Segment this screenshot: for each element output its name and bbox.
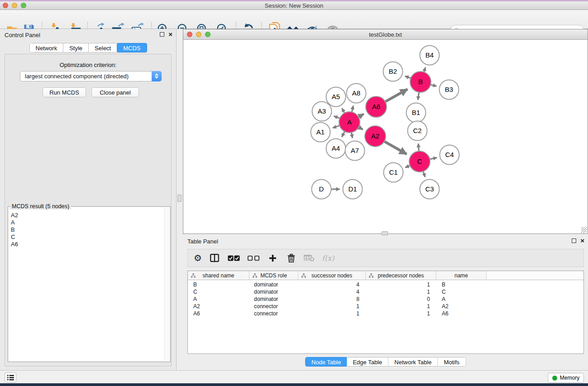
- table-cell[interactable]: 1: [366, 310, 436, 317]
- split-divider-handle[interactable]: [177, 195, 182, 202]
- task-history-button[interactable]: [5, 372, 16, 382]
- close-panel-button[interactable]: Close panel: [91, 87, 139, 97]
- column-header-name[interactable]: name: [436, 271, 487, 280]
- table-panel-tabs: Node TableEdge TableNetwork TableMotifs: [305, 357, 466, 367]
- table-body: Bdominator41BCdominator41CAdominator80AA…: [188, 280, 583, 317]
- column-selector-button[interactable]: [209, 251, 220, 265]
- table-cell[interactable]: 4: [298, 288, 366, 295]
- table-cell[interactable]: 4: [298, 281, 366, 288]
- select-all-icon: [228, 255, 240, 261]
- table-header-row: shared nameMCDS rolesuccessor nodesprede…: [188, 271, 583, 280]
- network-window-titlebar[interactable]: testGlobe.txt: [183, 29, 588, 40]
- table-cell[interactable]: A: [436, 295, 487, 303]
- mcds-panel: Optimization criterion: largest connecte…: [5, 54, 172, 367]
- status-bar: Memory: [0, 370, 588, 383]
- table-cell[interactable]: 8: [298, 295, 366, 303]
- table-cell[interactable]: B: [188, 281, 249, 288]
- graph-node-label: C4: [445, 151, 454, 158]
- column-sort-icon: [191, 273, 196, 278]
- column-selector-icon: [210, 254, 219, 262]
- table-cell[interactable]: dominator: [249, 295, 298, 303]
- criterion-select[interactable]: largest connected component (directed): [20, 71, 162, 81]
- table-row[interactable]: Bdominator41B: [188, 281, 583, 288]
- table-cell[interactable]: A: [188, 295, 249, 303]
- resize-grip[interactable]: [581, 227, 587, 233]
- column-header-predecessor-nodes[interactable]: predecessor nodes: [366, 271, 436, 280]
- memory-status-dot: [552, 376, 557, 381]
- mcds-result-item[interactable]: A6: [11, 241, 164, 248]
- table-cell[interactable]: A6: [436, 310, 487, 317]
- deselect-all-button[interactable]: [247, 251, 260, 265]
- tab-network[interactable]: Network: [29, 43, 63, 52]
- tab-network-table[interactable]: Network Table: [388, 357, 438, 366]
- mcds-result-item[interactable]: C: [11, 234, 164, 241]
- mcds-result-item[interactable]: B: [11, 226, 164, 234]
- scrollbar-track[interactable]: [164, 207, 170, 361]
- add-column-button[interactable]: [267, 251, 278, 265]
- list-icon: [7, 375, 14, 381]
- tab-edge-table[interactable]: Edge Table: [347, 357, 388, 366]
- run-mcds-button[interactable]: Run MCDS: [43, 87, 86, 97]
- app-titlebar: Session: New Session: [0, 1, 588, 10]
- apply-function-button[interactable]: f(x): [322, 254, 334, 262]
- table-cell[interactable]: 1: [366, 288, 436, 295]
- tab-select[interactable]: Select: [89, 43, 117, 52]
- delete-column-button[interactable]: [286, 251, 296, 265]
- float-panel-icon[interactable]: [572, 238, 576, 243]
- table-cell[interactable]: A2: [436, 303, 487, 310]
- table-cell[interactable]: connector: [249, 310, 298, 317]
- table-row[interactable]: Cdominator41C: [188, 288, 583, 295]
- table-options-gear-button[interactable]: ⚙: [192, 251, 203, 265]
- graph-node-label: C2: [413, 127, 421, 134]
- table-row[interactable]: Adominator80A: [188, 295, 583, 303]
- graph-node-label: A1: [316, 128, 325, 136]
- tab-style[interactable]: Style: [63, 43, 89, 52]
- table-row[interactable]: A6connector11A6: [188, 310, 583, 317]
- table-cell[interactable]: dominator: [249, 288, 298, 295]
- table-cell[interactable]: 1: [298, 303, 366, 310]
- table-cell[interactable]: C: [436, 288, 487, 295]
- table-toolbar: ⚙: [187, 249, 584, 267]
- table-cell[interactable]: C: [188, 288, 249, 295]
- memory-label: Memory: [560, 375, 579, 381]
- table-cell[interactable]: 0: [366, 295, 436, 303]
- mcds-result-item[interactable]: A2: [11, 212, 164, 219]
- tab-mcds[interactable]: MCDS: [117, 43, 147, 52]
- column-header-shared-name[interactable]: shared name: [188, 271, 249, 280]
- select-all-button[interactable]: [227, 251, 240, 265]
- control-panel: Control Panel × NetworkStyleSelectMCDS O…: [0, 29, 177, 370]
- graph-node-label: B3: [445, 86, 453, 93]
- control-panel-tabs: NetworkStyleSelectMCDS: [29, 43, 147, 52]
- table-cell[interactable]: dominator: [249, 281, 298, 288]
- float-panel-icon[interactable]: [160, 32, 164, 37]
- table-cell[interactable]: B: [436, 281, 487, 288]
- graph-node-label: D: [319, 185, 324, 193]
- tab-node-table[interactable]: Node Table: [305, 357, 348, 367]
- graph-node-label: A3: [318, 107, 326, 115]
- table-row[interactable]: A2connector11A2: [188, 303, 583, 310]
- table-cell[interactable]: A6: [188, 310, 249, 317]
- mcds-result-item[interactable]: A: [11, 219, 164, 226]
- graph-node-label: C1: [389, 168, 397, 176]
- network-canvas[interactable]: AA1A2A3A4A5A6A7A8BB1B2B3B4CC1C2C3C4DD1: [183, 40, 588, 234]
- vertical-split-divider[interactable]: [177, 29, 183, 370]
- table-cell[interactable]: A2: [188, 303, 249, 310]
- delete-table-button[interactable]: [303, 251, 316, 265]
- node-table: shared nameMCDS rolesuccessor nodesprede…: [187, 271, 584, 354]
- split-divider-handle[interactable]: [382, 231, 388, 235]
- close-panel-icon[interactable]: ×: [168, 32, 172, 37]
- tab-motifs[interactable]: Motifs: [438, 357, 465, 366]
- close-panel-icon[interactable]: ×: [580, 238, 584, 243]
- network-graph: AA1A2A3A4A5A6A7A8BB1B2B3B4CC1C2C3C4DD1: [183, 40, 588, 234]
- table-cell[interactable]: 1: [298, 310, 366, 317]
- graph-node-label: A8: [352, 89, 360, 97]
- memory-button[interactable]: Memory: [548, 373, 584, 383]
- delete-table-icon: [304, 254, 315, 262]
- table-cell[interactable]: 1: [366, 303, 436, 310]
- criterion-value: largest connected component (directed): [20, 73, 152, 80]
- table-cell[interactable]: connector: [249, 303, 298, 310]
- column-header-successor-nodes[interactable]: successor nodes: [298, 271, 366, 280]
- column-header-mcds-role[interactable]: MCDS role: [249, 271, 298, 280]
- table-cell[interactable]: 1: [366, 281, 436, 288]
- table-panel: Table Panel × ⚙: [183, 235, 588, 370]
